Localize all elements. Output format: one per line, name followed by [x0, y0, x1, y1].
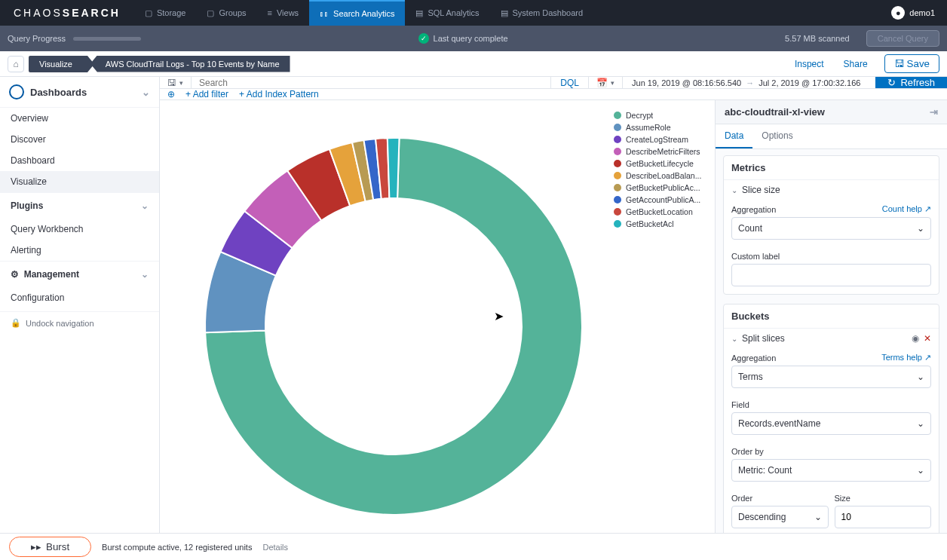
opensearch-icon: [9, 84, 24, 99]
buckets-section-title: Buckets: [724, 304, 939, 328]
user-icon: ●: [891, 6, 905, 20]
order-direction-select[interactable]: Descending⌄: [731, 506, 829, 528]
legend-dot: [614, 160, 621, 167]
progress-label: Query Progress: [8, 34, 66, 43]
tab-options[interactable]: Options: [752, 124, 801, 148]
brand-logo: CHAOSSEARCH: [0, 7, 134, 19]
home-button[interactable]: ⌂: [8, 56, 24, 72]
legend-label: DescribeLoadBalan...: [626, 171, 701, 180]
legend-label: CreateLogStream: [626, 135, 688, 144]
saved-queries-button[interactable]: 🖫 ▾: [160, 77, 192, 88]
legend-item[interactable]: GetBucketLifecycle: [614, 158, 710, 170]
bucket-aggregation-select[interactable]: Terms⌄: [731, 366, 931, 388]
query-progress-bar: Query Progress ✓ Last query complete 5.5…: [0, 26, 947, 51]
legend-dot: [614, 172, 621, 179]
breadcrumb-bar: ⌂ Visualize AWS CloudTrail Logs - Top 10…: [0, 51, 947, 77]
legend-dot: [614, 112, 621, 119]
collapse-panel-icon[interactable]: ⇥: [930, 106, 938, 118]
legend-item[interactable]: GetBucketPublicAc...: [614, 182, 710, 194]
top-nav: CHAOSSEARCH ▢ Storage ▢ Groups ≡ Views ⫾…: [0, 0, 947, 26]
sidebar-item-visualize[interactable]: Visualize: [0, 171, 159, 192]
delete-bucket-icon[interactable]: ✕: [924, 333, 931, 344]
bucket-field-select[interactable]: Records.eventName⌄: [731, 412, 931, 435]
legend-item[interactable]: Decrypt: [614, 109, 710, 121]
sidebar-item-alerting[interactable]: Alerting: [0, 240, 159, 261]
sidebar-item-dashboard[interactable]: Dashboard: [0, 150, 159, 171]
legend-item[interactable]: DescribeMetricFilters: [614, 145, 710, 158]
size-input[interactable]: [835, 506, 932, 528]
breadcrumb-visualize[interactable]: Visualize: [29, 56, 87, 72]
legend-item[interactable]: GetAccountPublicA...: [614, 194, 710, 206]
legend-label: GetAccountPublicA...: [626, 195, 700, 204]
scan-size: 5.57 MB scanned: [785, 34, 850, 43]
breadcrumb-title[interactable]: AWS CloudTrail Logs - Top 10 Events by N…: [90, 56, 290, 72]
sidebar-item-discover[interactable]: Discover: [0, 129, 159, 150]
tab-data[interactable]: Data: [716, 124, 752, 148]
legend-label: DescribeMetricFilters: [626, 147, 700, 156]
metric-aggregation-select[interactable]: Count⌄: [731, 217, 931, 240]
nav-views[interactable]: ≡ Views: [257, 0, 310, 26]
nav-storage[interactable]: ▢ Storage: [134, 0, 197, 26]
burst-details-link[interactable]: Details: [262, 543, 288, 552]
legend-dot: [614, 124, 621, 131]
count-help-link[interactable]: Count help ↗: [882, 204, 931, 214]
index-pattern-title: abc-cloudtrail-xl-view: [725, 106, 825, 118]
legend-dot: [614, 208, 621, 216]
sidebar-item-configuration[interactable]: Configuration: [0, 287, 159, 308]
filter-row: ⊕ + Add filter + Add Index Pattern: [160, 89, 947, 100]
legend-dot: [614, 184, 621, 191]
undock-nav[interactable]: 🔒 Undock navigation: [0, 311, 159, 334]
metric-custom-label-input[interactable]: [731, 264, 931, 286]
dql-toggle[interactable]: DQL: [550, 77, 588, 88]
legend-dot: [614, 136, 621, 143]
sidebar-item-query-workbench[interactable]: Query Workbench: [0, 219, 159, 240]
nav-search-analytics[interactable]: ⫾⫾ Search Analytics: [309, 0, 405, 26]
legend-label: GetBucketAcl: [626, 219, 674, 228]
burst-bar: ▸▸ Burst Burst compute active, 12 regist…: [0, 533, 947, 560]
refresh-button[interactable]: ↻ Refresh: [875, 77, 947, 88]
search-input[interactable]: [192, 77, 550, 88]
legend-item[interactable]: GetBucketAcl: [614, 218, 710, 230]
chevron-down-icon: ⌄: [142, 87, 150, 98]
search-bar: 🖫 ▾ DQL 📅 ▾ Jun 19, 2019 @ 08:16:56.540→…: [160, 77, 947, 89]
nav-sql-analytics[interactable]: ▤ SQL Analytics: [405, 0, 489, 26]
add-index-pattern-link[interactable]: + Add Index Pattern: [239, 89, 319, 99]
legend-label: GetBucketLifecycle: [626, 159, 694, 168]
cancel-query-button[interactable]: Cancel Query: [866, 30, 939, 47]
filter-options-icon[interactable]: ⊕: [167, 89, 175, 99]
legend-label: AssumeRole: [626, 123, 671, 132]
legend-label: Decrypt: [626, 111, 653, 120]
nav-system-dashboard[interactable]: ▤ System Dashboard: [490, 0, 594, 26]
terms-help-link[interactable]: Terms help ↗: [881, 353, 931, 363]
split-slices-toggle[interactable]: ⌄Split slices ◉ ✕: [724, 328, 939, 348]
legend-dot: [614, 220, 621, 228]
date-range[interactable]: Jun 19, 2019 @ 08:16:56.540→Jul 2, 2019 …: [622, 77, 869, 88]
legend-dot: [614, 148, 621, 155]
sidebar-item-overview[interactable]: Overview: [0, 108, 159, 129]
slice-size-toggle[interactable]: ⌄Slice size: [724, 179, 939, 200]
order-by-select[interactable]: Metric: Count⌄: [731, 459, 931, 482]
visibility-icon[interactable]: ◉: [912, 333, 919, 344]
share-link[interactable]: Share: [836, 59, 875, 69]
save-button[interactable]: 🖫 Save: [884, 54, 939, 73]
legend-item[interactable]: CreateLogStream: [614, 133, 710, 145]
visualization-body: ≡ DecryptAssumeRoleCreateLogStreamDescri…: [160, 100, 947, 560]
query-status: Last query complete: [434, 34, 508, 43]
legend-item[interactable]: DescribeLoadBalan...: [614, 170, 710, 182]
inspect-link[interactable]: Inspect: [787, 59, 832, 69]
legend-label: GetBucketLocation: [626, 207, 693, 216]
sidebar-management-header[interactable]: ⚙ Management⌄: [0, 261, 159, 287]
legend-dot: [614, 196, 621, 203]
calendar-button[interactable]: 📅 ▾: [588, 77, 622, 88]
burst-button[interactable]: ▸▸ Burst: [9, 537, 91, 557]
progress-track: [73, 37, 141, 41]
chart-legend: DecryptAssumeRoleCreateLogStreamDescribe…: [609, 100, 715, 560]
sidebar-plugins-header[interactable]: Plugins⌄: [0, 192, 159, 219]
nav-groups[interactable]: ▢ Groups: [196, 0, 256, 26]
legend-item[interactable]: GetBucketLocation: [614, 206, 710, 218]
add-filter-link[interactable]: + Add filter: [185, 89, 228, 99]
user-menu[interactable]: ●demo1: [879, 6, 947, 20]
sidebar-dashboards-header[interactable]: Dashboards⌄: [0, 77, 159, 108]
left-sidebar: Dashboards⌄ Overview Discover Dashboard …: [0, 77, 160, 533]
legend-item[interactable]: AssumeRole: [614, 121, 710, 133]
